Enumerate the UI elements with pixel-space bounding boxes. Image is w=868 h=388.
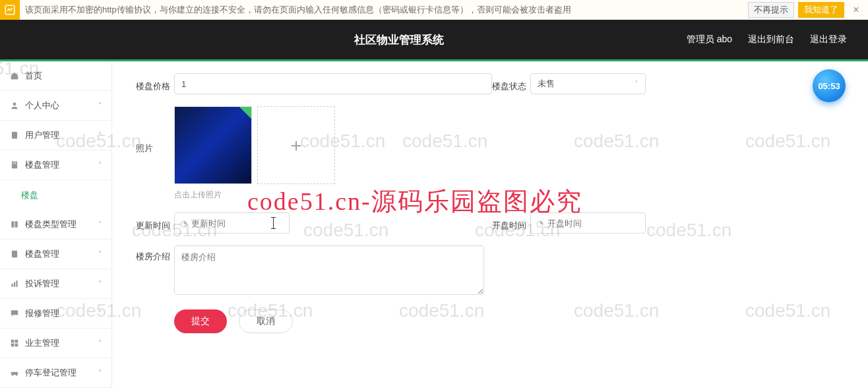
sidebar-item-label: 楼盘管理 — [25, 248, 98, 260]
sidebar-item-label: 楼盘管理 — [25, 159, 98, 171]
acknowledge-button[interactable]: 我知道了 — [798, 2, 844, 18]
svg-point-1 — [13, 102, 16, 106]
clipboard-icon — [9, 130, 20, 141]
sidebar-item-label: 用户管理 — [25, 129, 98, 141]
chevron-down-icon: ˅ — [635, 80, 638, 88]
clock-icon: ◔ — [180, 218, 187, 228]
close-icon[interactable]: × — [844, 4, 868, 16]
chevron-down-icon: ˅ — [98, 339, 102, 348]
sidebar-item-parking-mgmt[interactable]: 停车登记管理 ˅ — [0, 358, 111, 388]
status-value: 未售 — [538, 78, 555, 90]
price-input[interactable] — [174, 73, 492, 94]
time-badge: 05:53 — [813, 69, 846, 102]
open-time-input-wrapper[interactable]: ◔ — [530, 212, 646, 234]
svg-rect-3 — [12, 162, 17, 169]
no-remind-button[interactable]: 不再提示 — [748, 2, 794, 18]
photo-hint: 点击上传照片 — [174, 189, 848, 201]
svg-rect-8 — [12, 251, 17, 258]
photo-label: 照片 — [136, 106, 174, 154]
sidebar-item-user-mgmt[interactable]: 用户管理 ˅ — [0, 121, 111, 150]
clock-icon: ◔ — [536, 218, 543, 228]
svg-rect-15 — [11, 344, 15, 347]
chevron-down-icon: ˅ — [98, 220, 102, 229]
desc-label: 楼房介绍 — [136, 245, 174, 263]
tags-icon — [9, 219, 20, 230]
price-label: 楼盘价格 — [136, 75, 174, 92]
update-time-input-wrapper[interactable]: ◔ — [174, 212, 290, 234]
svg-rect-14 — [15, 340, 18, 343]
svg-rect-9 — [11, 284, 13, 287]
svg-rect-5 — [15, 163, 16, 164]
chevron-down-icon: ˅ — [98, 102, 102, 110]
sidebar-item-personal[interactable]: 个人中心 ˅ — [0, 91, 111, 121]
app-title: 社区物业管理系统 — [112, 32, 687, 48]
photo-thumbnail[interactable]: ✓ — [174, 106, 252, 184]
sidebar-item-repair-mgmt[interactable]: 报修管理 ˅ — [0, 299, 111, 329]
warning-icon — [0, 0, 20, 20]
home-icon — [9, 71, 20, 81]
status-select[interactable]: 未售 ˅ — [530, 73, 646, 94]
sidebar-item-label: 投诉管理 — [25, 278, 98, 290]
cancel-button[interactable]: 取消 — [239, 309, 293, 333]
security-warning-bar: 该页面采用不加密的http传输协议，与你建立的连接不安全，请勿在页面内输入任何敏… — [0, 0, 868, 20]
svg-rect-12 — [11, 310, 18, 315]
sidebar-item-building-mgmt[interactable]: 楼盘管理 ˄ — [0, 150, 111, 180]
sidebar-item-label: 首页 — [25, 70, 102, 82]
svg-point-19 — [16, 374, 17, 375]
svg-rect-16 — [15, 344, 18, 347]
sidebar-item-label: 楼盘 — [21, 189, 102, 201]
svg-rect-13 — [11, 340, 15, 343]
chevron-down-icon: ˅ — [98, 280, 102, 288]
sidebar-item-label: 停车登记管理 — [25, 367, 98, 379]
chevron-down-icon: ˅ — [98, 131, 102, 140]
sidebar-item-home[interactable]: 首页 — [0, 61, 111, 91]
building-icon — [9, 160, 20, 170]
sidebar-item-label: 楼盘类型管理 — [25, 218, 98, 230]
clipboard-icon — [9, 249, 20, 259]
chevron-down-icon: ˅ — [98, 250, 102, 259]
sidebar-item-owner-mgmt[interactable]: 业主管理 ˅ — [0, 329, 111, 358]
chevron-up-icon: ˄ — [98, 161, 102, 170]
sidebar-subitem-building[interactable]: 楼盘 — [0, 180, 111, 210]
svg-rect-4 — [13, 163, 15, 164]
sidebar-item-label: 报修管理 — [25, 307, 98, 319]
sidebar-item-label: 业主管理 — [25, 337, 98, 349]
sidebar-item-building-mgmt2[interactable]: 楼盘管理 ˅ — [0, 240, 111, 269]
update-time-input[interactable] — [191, 218, 284, 228]
logout-link[interactable]: 退出登录 — [810, 34, 847, 46]
update-time-label: 更新时间 — [136, 214, 174, 232]
admin-label[interactable]: 管理员 abo — [687, 34, 732, 46]
exit-to-front-link[interactable]: 退出到前台 — [748, 34, 794, 46]
chat-icon — [9, 308, 20, 319]
svg-rect-10 — [14, 282, 15, 287]
svg-rect-6 — [11, 221, 14, 227]
desc-textarea[interactable] — [174, 245, 484, 295]
text-caret — [273, 217, 274, 229]
sidebar-item-complaint-mgmt[interactable]: 投诉管理 ˅ — [0, 269, 111, 299]
car-icon — [9, 368, 20, 378]
sidebar: 首页 个人中心 ˅ 用户管理 ˅ 楼盘管理 ˄ 楼盘 楼盘类型管理 ˅ 楼盘管理 — [0, 61, 112, 388]
bars-icon — [9, 278, 20, 289]
grid-icon — [9, 338, 20, 348]
svg-point-18 — [12, 374, 13, 375]
svg-rect-7 — [15, 221, 18, 227]
submit-button[interactable]: 提交 — [174, 309, 227, 333]
svg-rect-11 — [16, 280, 17, 286]
status-label: 楼盘状态 — [492, 75, 530, 92]
svg-rect-17 — [11, 372, 18, 375]
user-icon — [9, 100, 20, 111]
warning-text: 该页面采用不加密的http传输协议，与你建立的连接不安全，请勿在页面内输入任何敏… — [20, 4, 744, 16]
sidebar-item-building-type-mgmt[interactable]: 楼盘类型管理 ˅ — [0, 210, 111, 240]
chevron-down-icon: ˅ — [98, 369, 102, 377]
chevron-down-icon: ˅ — [98, 309, 102, 318]
open-time-input[interactable] — [547, 218, 640, 228]
app-header: 社区物业管理系统 管理员 abo 退出到前台 退出登录 — [0, 20, 868, 59]
sidebar-item-label: 个人中心 — [25, 100, 98, 112]
photo-add-button[interactable]: ＋ — [257, 106, 335, 184]
open-time-label: 开盘时间 — [492, 214, 530, 232]
main-content: 05:53 楼盘价格 楼盘状态 未售 ˅ 照片 ✓ ＋ — [112, 61, 868, 388]
svg-rect-2 — [12, 132, 17, 139]
